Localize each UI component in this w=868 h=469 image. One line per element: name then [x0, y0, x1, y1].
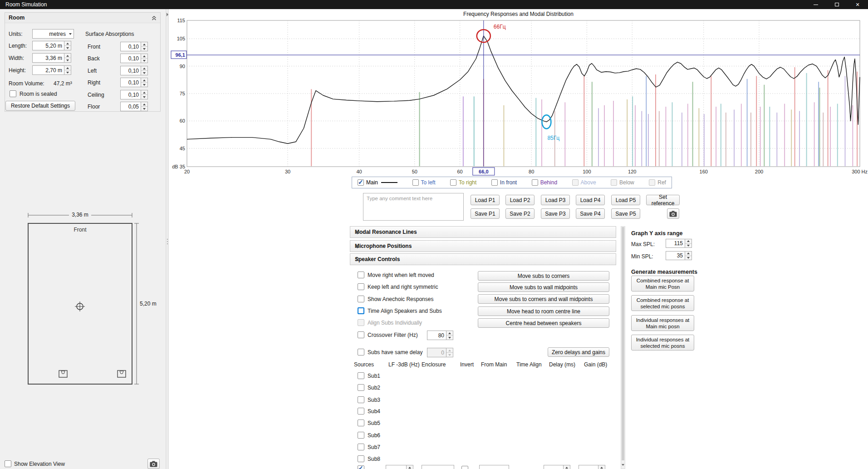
individual-responses-main-mic-button[interactable]: Individual responses at Main mic posn	[631, 315, 694, 331]
save-p3-button[interactable]: Save P3	[541, 208, 570, 219]
move-subs-wall-midpoints-button[interactable]: Move subs to wall midpoints	[478, 282, 609, 292]
sub6-checkbox[interactable]	[358, 432, 364, 439]
height-spinner[interactable]	[64, 65, 71, 75]
zero-delays-gains-button[interactable]: Zero delays and gains	[548, 347, 609, 357]
restore-defaults-button[interactable]: Restore Default Settings	[5, 101, 75, 111]
sub7-checkbox[interactable]	[358, 444, 364, 450]
surface-front-input[interactable]: 0,10	[120, 42, 141, 51]
scrollbar-thumb[interactable]	[622, 227, 624, 460]
scroll-down-arrow[interactable]	[621, 461, 625, 469]
sub1-checkbox[interactable]	[358, 372, 364, 379]
legend-checkbox-ref[interactable]	[649, 179, 655, 186]
load-p2-button[interactable]: Load P2	[505, 195, 535, 205]
legend-item-ref[interactable]: Ref	[649, 179, 666, 186]
speaker-row-partial-invert-checkbox[interactable]	[461, 466, 468, 469]
load-p5-button[interactable]: Load P5	[611, 195, 640, 205]
legend-checkbox-main[interactable]	[358, 179, 364, 186]
sub2-checkbox[interactable]	[358, 384, 364, 391]
surface-ceiling-spinner[interactable]	[141, 90, 148, 99]
show-elevation-checkbox[interactable]	[5, 460, 11, 467]
max-spl-spinner[interactable]	[685, 239, 692, 248]
time-align-checkbox[interactable]	[358, 307, 364, 314]
frequency-chart[interactable]: 11510590756045dB 35203040506080100120160…	[169, 9, 868, 176]
collapse-room-icon[interactable]	[152, 16, 157, 21]
surface-back-spinner[interactable]	[141, 54, 148, 63]
min-spl-input[interactable]: 35	[666, 251, 685, 260]
save-p2-button[interactable]: Save P2	[505, 208, 535, 219]
legend-checkbox-behind[interactable]	[532, 179, 538, 186]
move-head-centre-line-button[interactable]: Move head to room centre line	[478, 306, 609, 316]
title-bar[interactable]: Room Simulation ✕	[0, 0, 868, 9]
controls-scrollbar[interactable]	[621, 226, 625, 469]
surface-ceiling-input[interactable]: 0,10	[120, 90, 141, 99]
close-button[interactable]: ✕	[847, 0, 868, 9]
legend-item-to-right[interactable]: To right	[450, 179, 476, 186]
surface-floor-input[interactable]: 0,05	[120, 102, 141, 111]
panel-splitter[interactable]	[166, 9, 169, 469]
section-microphone-positions[interactable]: Microphone Positions	[350, 240, 616, 252]
subs-same-delay-checkbox[interactable]	[358, 349, 364, 355]
surface-left-input[interactable]: 0,10	[120, 66, 141, 75]
speaker-row-partial-gain-input[interactable]	[579, 465, 598, 469]
surface-right-input[interactable]: 0,10	[120, 78, 141, 87]
save-p4-button[interactable]: Save P4	[576, 208, 605, 219]
left-speaker-icon[interactable]	[59, 370, 67, 377]
width-spinner[interactable]	[64, 53, 71, 63]
legend-checkbox-to-right[interactable]	[450, 179, 456, 186]
speaker-row-partial-gain-spinner[interactable]	[598, 465, 605, 469]
sub8-checkbox[interactable]	[358, 455, 364, 462]
individual-responses-selected-mics-button[interactable]: Individual responses at selected mic pos…	[631, 335, 694, 351]
max-spl-input[interactable]: 115	[666, 239, 685, 248]
legend-checkbox-to-left[interactable]	[412, 179, 419, 186]
section-modal-resonance-lines[interactable]: Modal Resonance Lines	[350, 226, 616, 238]
legend-item-above[interactable]: Above	[572, 179, 596, 186]
centre-head-button[interactable]: Centre head between speakers	[478, 318, 609, 328]
speaker-row-partial-lf-spinner[interactable]	[407, 465, 413, 469]
comment-input[interactable]: Type any comment text here	[363, 193, 464, 221]
crossover-filter-checkbox[interactable]	[358, 331, 364, 338]
height-input[interactable]: 2,70 m	[32, 65, 64, 75]
crossover-filter-input[interactable]: 80	[427, 331, 446, 340]
save-p5-button[interactable]: Save P5	[611, 208, 640, 219]
surface-back-input[interactable]: 0,10	[120, 54, 141, 63]
combined-response-selected-mics-button[interactable]: Combined response at selected mic posns	[631, 295, 694, 311]
speaker-row-partial-lf-input[interactable]	[386, 465, 407, 469]
min-spl-spinner[interactable]	[685, 251, 692, 260]
speaker-row-partial-delay-input[interactable]	[544, 465, 564, 469]
section-speaker-controls[interactable]: Speaker Controls	[350, 253, 616, 265]
sub3-checkbox[interactable]	[358, 396, 364, 403]
surface-floor-spinner[interactable]	[141, 102, 148, 111]
sub5-checkbox[interactable]	[358, 420, 364, 426]
length-input[interactable]: 5,20 m	[32, 41, 64, 50]
legend-item-main[interactable]: Main	[358, 179, 397, 186]
save-p1-button[interactable]: Save P1	[471, 208, 500, 219]
capture-room-image-button[interactable]	[147, 459, 160, 469]
legend-item-to-left[interactable]: To left	[412, 179, 436, 186]
combined-response-main-mic-button[interactable]: Combined response at Main mic Posn	[631, 276, 694, 291]
speaker-row-partial-enclosure-select[interactable]	[422, 465, 454, 469]
set-reference-button[interactable]: Set reference	[646, 195, 680, 205]
surface-right-spinner[interactable]	[141, 78, 148, 87]
capture-chart-image-button[interactable]	[667, 208, 679, 219]
crossover-filter-spinner[interactable]	[446, 331, 453, 340]
legend-checkbox-in-front[interactable]	[491, 179, 498, 186]
legend-item-behind[interactable]: Behind	[532, 179, 557, 186]
keep-symmetric-checkbox[interactable]	[358, 283, 364, 290]
surface-left-spinner[interactable]	[141, 66, 148, 75]
speaker-row-partial-delay-spinner[interactable]	[564, 465, 570, 469]
width-input[interactable]: 3,36 m	[32, 53, 64, 63]
move-subs-corners-button[interactable]: Move subs to corners	[478, 271, 609, 281]
load-p3-button[interactable]: Load P3	[541, 195, 570, 205]
move-right-when-left-checkbox[interactable]	[358, 272, 364, 278]
legend-item-in-front[interactable]: In front	[491, 179, 517, 186]
legend-checkbox-above[interactable]	[572, 179, 579, 186]
length-spinner[interactable]	[64, 41, 71, 50]
load-p1-button[interactable]: Load P1	[471, 195, 500, 205]
right-speaker-icon[interactable]	[118, 370, 126, 377]
legend-checkbox-below[interactable]	[611, 179, 617, 186]
room-sealed-checkbox[interactable]	[10, 90, 16, 97]
load-p4-button[interactable]: Load P4	[576, 195, 605, 205]
units-select[interactable]: metres	[32, 29, 74, 39]
listener-icon[interactable]	[75, 301, 85, 311]
surface-front-spinner[interactable]	[141, 42, 148, 51]
